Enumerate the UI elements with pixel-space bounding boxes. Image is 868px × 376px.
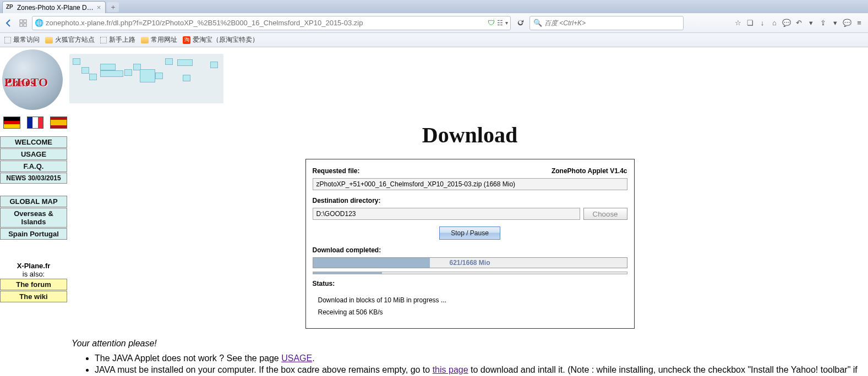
bookmark-label: 新手上路 [109,35,135,45]
status-line-1: Download in blocks of 10 MiB in progress… [318,294,627,306]
download-completed-label: Download completed: [313,246,627,254]
close-icon[interactable]: × [97,3,101,12]
chat-icon[interactable]: 💬 [781,18,792,29]
link-forum[interactable]: The forum [0,279,67,290]
back-button[interactable] [3,18,14,29]
reader-view-icon[interactable]: ❏ [745,18,756,29]
menu-news[interactable]: NEWS 30/03/2015 [0,173,67,184]
undo-icon[interactable]: ↶ [793,18,804,29]
status-label: Status: [313,280,627,287]
notes-block: Your attention please! The JAVA Applet d… [72,339,868,376]
menu-icon[interactable]: ≡ [854,18,865,29]
tab-groups-icon[interactable] [18,18,29,29]
svg-rect-1 [24,20,26,23]
bookmark-newbie[interactable]: 新手上路 [100,35,135,45]
reload-button[interactable] [514,17,526,29]
xplane-links: The forum The wiki [0,279,67,302]
svg-rect-0 [20,20,23,23]
menu-overseas[interactable]: Overseas & Islands [0,208,67,228]
chevron-down-icon[interactable]: ▾ [805,18,816,29]
attention-heading: Your attention please! [72,339,868,349]
bookmark-icon [4,37,11,43]
progress-text: 621/1668 Mio [313,258,627,268]
sub-progress-bar [313,272,627,274]
usage-link[interactable]: USAGE [281,353,312,363]
home-icon[interactable]: ⌂ [769,18,780,29]
bookmark-firefox[interactable]: 火狐官方站点 [45,35,95,45]
svg-rect-3 [24,24,26,26]
shield-icon[interactable]: 🛡 [488,19,495,27]
site-logo[interactable]: ZonesPHOTO [2,49,63,110]
note-2: JAVA must be installed on your computer.… [95,364,868,376]
new-tab-button[interactable]: ＋ [107,2,119,12]
bookmark-label: 最常访问 [13,35,40,45]
share-icon[interactable]: ⇪ [817,18,828,29]
dest-dir-field[interactable] [313,208,580,220]
bookmark-icon [100,37,107,43]
stop-pause-button[interactable]: Stop / Pause [439,226,500,240]
bookmark-bar: 最常访问 火狐官方站点 新手上路 常用网址 淘爱淘宝（原淘宝特卖） [0,33,868,47]
svg-rect-2 [20,24,23,26]
flag-germany[interactable] [3,117,20,129]
menu-globalmap[interactable]: GLOBAL MAP [0,196,67,207]
status-line-2: Receiving at 506 KB/s [318,306,627,318]
chevron-down-icon[interactable]: ▾ [829,18,840,29]
folder-icon [141,37,149,43]
progress-bar: 621/1668 Mio [313,257,627,268]
bookmark-label: 爱淘宝（原淘宝特卖） [193,35,259,45]
qr-icon[interactable]: ☷ [497,19,503,27]
tab-title: Zones-Photo X-Plane D… [17,4,94,12]
link-wiki[interactable]: The wiki [0,291,67,302]
java-page-link[interactable]: this page [433,365,468,374]
sidebar-menu: WELCOME USAGE F.A.Q. NEWS 30/03/2015 [0,136,67,184]
dest-dir-label: Destination directory: [313,197,627,204]
menu-faq[interactable]: F.A.Q. [0,161,67,172]
bookmark-most-visited[interactable]: 最常访问 [4,35,40,45]
tab-favicon: ZP [6,4,14,12]
note-1: The JAVA Applet does not work ? See the … [95,353,868,364]
requested-file-field [313,178,627,190]
url-bar[interactable]: 🌐 🛡 ☷ ▾ [32,16,511,30]
flag-spain[interactable] [50,117,67,129]
menu-spain[interactable]: Spain Portugal [0,228,67,240]
globe-icon: 🌐 [35,19,43,27]
url-input[interactable] [46,17,485,29]
page-title: Download [72,122,868,148]
requested-file-label: Requested file: [313,167,360,175]
search-icon: 🔍 [533,19,542,27]
language-flags [3,117,67,129]
browser-tab[interactable]: ZP Zones-Photo X-Plane D… × [2,1,106,13]
world-map-decor [69,54,223,103]
download-applet: Requested file: ZonePhoto Applet V1.4c D… [305,159,635,329]
taobao-icon: 淘 [183,36,190,44]
menu-usage[interactable]: USAGE [0,148,67,160]
flag-france[interactable] [27,117,44,129]
menu-welcome[interactable]: WELCOME [0,136,67,148]
folder-icon [45,37,53,43]
bookmark-label: 火狐官方站点 [55,35,95,45]
bookmark-star-icon[interactable]: ☆ [733,18,744,29]
addon-icon[interactable]: 💬 [842,18,853,29]
bookmark-taobao[interactable]: 淘爱淘宝（原淘宝特卖） [183,35,259,45]
search-bar[interactable]: 🔍 [529,16,684,30]
status-lines: Download in blocks of 10 MiB in progress… [313,291,627,318]
bookmark-label: 常用网址 [151,35,177,45]
applet-version: ZonePhoto Applet V1.4c [552,167,627,175]
search-input[interactable] [544,19,680,27]
bookmark-common[interactable]: 常用网址 [141,35,177,45]
choose-button[interactable]: Choose [583,208,627,220]
browser-tab-strip: ZP Zones-Photo X-Plane D… × ＋ [0,0,868,13]
sidebar-menu-2: GLOBAL MAP Overseas & Islands Spain Port… [0,196,67,240]
downloads-icon[interactable]: ↓ [757,18,768,29]
xplane-label: X-Plane.fris also: [0,262,67,278]
chevron-down-icon[interactable]: ▾ [505,20,508,26]
browser-nav-bar: 🌐 🛡 ☷ ▾ 🔍 ☆ ❏ ↓ ⌂ 💬 ↶ ▾ ⇪ ▾ 💬 ≡ [0,13,868,33]
